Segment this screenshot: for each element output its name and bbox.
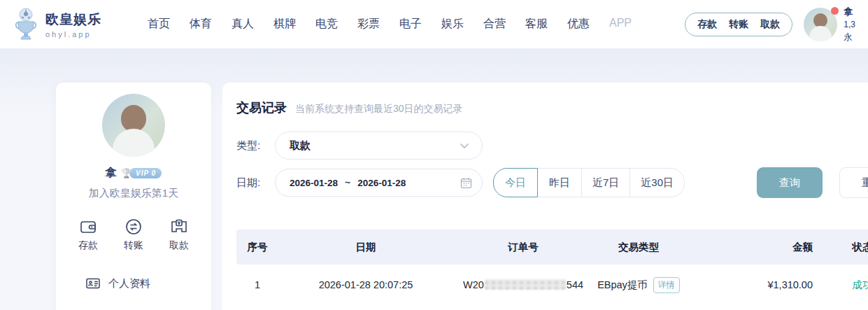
profile-sidebar: 拿 🏆 VIP 0 加入欧皇娱乐第1天 存款 (56, 83, 211, 310)
top-header: 欧皇娱乐 ohyl.app 首页 体育 真人 棋牌 电竞 彩票 电子 娱乐 合营… (0, 0, 868, 49)
transactions-table: 序号 日期 订单号 交易类型 金额 状态 1 2026-01-28 20:07:… (236, 230, 868, 305)
nav-item-promo[interactable]: 优惠 (567, 17, 590, 31)
page-title: 交易记录 (236, 99, 287, 116)
cell-type: EBpay提币详情 (593, 277, 684, 293)
col-index: 序号 (236, 241, 278, 254)
type-select-value: 取款 (290, 139, 311, 153)
sidebar-quick-actions: 存款 转账 取款 (56, 218, 211, 252)
order-suffix: 544 (567, 279, 583, 290)
cell-status: 成功 (817, 279, 868, 292)
date-filter-row: 日期: 2026-01-28 ~ 2026-01-28 今日 昨日 近7日 近3… (236, 168, 868, 197)
col-type: 交易类型 (593, 241, 684, 254)
profile-avatar (102, 94, 165, 157)
nav-item-slots[interactable]: 电子 (399, 17, 422, 31)
wallet-icon (79, 218, 97, 236)
query-button[interactable]: 查询 (757, 167, 823, 198)
calendar-icon (460, 177, 472, 189)
date-range-input[interactable]: 2026-01-28 ~ 2026-01-28 (275, 169, 483, 197)
nav-item-chess[interactable]: 棋牌 (273, 17, 296, 31)
range-today-button[interactable]: 今日 (493, 168, 538, 197)
user-mini-info: 拿 1,3 永 (844, 5, 855, 44)
vip-badge: 🏆 VIP 0 (121, 168, 162, 178)
nav-item-entertainment[interactable]: 娱乐 (441, 17, 464, 31)
nav-item-home[interactable]: 首页 (148, 17, 170, 31)
col-order-no: 订单号 (453, 241, 593, 254)
order-prefix: W20 (463, 279, 484, 290)
sidebar-transfer-button[interactable]: 转账 (124, 218, 143, 252)
site-logo[interactable]: 欧皇娱乐 ohyl.app (13, 8, 101, 41)
nav-item-affiliate[interactable]: 合营 (483, 17, 506, 31)
trophy-ball-logo-icon (13, 8, 39, 41)
withdraw-icon (170, 218, 188, 236)
cell-date: 2026-01-28 20:07:25 (278, 279, 453, 290)
header-withdraw-button[interactable]: 取款 (760, 18, 780, 31)
type-filter-row: 类型: 取款 (236, 132, 868, 160)
nav-item-sports[interactable]: 体育 (190, 17, 212, 31)
col-amount: 金额 (684, 241, 817, 254)
vip-trophy-icon: 🏆 (121, 168, 132, 178)
cell-amount: ¥1,310.00 (684, 279, 817, 290)
cell-index: 1 (236, 279, 278, 290)
header-deposit-button[interactable]: 存款 (697, 18, 717, 31)
reset-button[interactable]: 重置 (839, 167, 868, 198)
notification-dot (831, 7, 839, 15)
nav-item-service[interactable]: 客服 (525, 17, 548, 31)
user-name: 拿 (844, 5, 855, 19)
sidebar-deposit-label: 存款 (78, 239, 98, 252)
vip-level-label: VIP 0 (129, 168, 162, 178)
header-right: 存款 转账 取款 拿 1,3 永 (685, 5, 855, 44)
range-7days-button[interactable]: 近7日 (581, 168, 630, 197)
type-label: 类型: (236, 139, 266, 153)
nav-item-lottery[interactable]: 彩票 (357, 17, 380, 31)
date-start-value: 2026-01-28 (290, 178, 338, 188)
detail-tag-button[interactable]: 详情 (653, 277, 680, 293)
date-separator: ~ (345, 177, 350, 188)
range-30days-button[interactable]: 近30日 (629, 168, 685, 197)
date-label: 日期: (236, 176, 266, 190)
quick-range-group: 今日 昨日 近7日 近30日 (493, 168, 685, 197)
id-card-icon (85, 276, 101, 291)
main-nav: 首页 体育 真人 棋牌 电竞 彩票 电子 娱乐 合营 客服 优惠 APP (148, 17, 632, 31)
sidebar-deposit-button[interactable]: 存款 (78, 218, 98, 252)
wallet-actions-pill: 存款 转账 取款 (685, 13, 792, 36)
nav-item-live[interactable]: 真人 (232, 17, 254, 31)
sidebar-menu: 个人资料 VIP特权 (56, 276, 211, 310)
logo-title: 欧皇娱乐 (45, 10, 101, 29)
chevron-down-icon (460, 143, 469, 149)
nav-item-app[interactable]: APP (609, 17, 632, 31)
profile-username: 拿 (106, 166, 117, 181)
transfer-icon (124, 218, 143, 236)
transaction-type: EBpay提币 (597, 279, 648, 290)
sidebar-withdraw-button[interactable]: 取款 (169, 218, 189, 252)
col-status: 状态 (817, 241, 868, 254)
table-row: 1 2026-01-28 20:07:25 W20544 EBpay提币详情 ¥… (236, 265, 868, 305)
transaction-records-panel: 交易记录 当前系统支持查询最近30日的交易记录 类型: 取款 日期: 2026-… (222, 83, 868, 310)
join-days-text: 加入欧皇娱乐第1天 (56, 187, 211, 200)
nav-item-esports[interactable]: 电竞 (315, 17, 338, 31)
page-subtitle: 当前系统支持查询最近30日的交易记录 (295, 103, 463, 115)
page-body: 拿 🏆 VIP 0 加入欧皇娱乐第1天 存款 (0, 49, 868, 310)
order-number-redacted (485, 279, 566, 290)
user-extra-partial: 永 (844, 31, 855, 43)
range-yesterday-button[interactable]: 昨日 (537, 168, 582, 197)
header-transfer-button[interactable]: 转账 (729, 18, 748, 31)
col-date: 日期 (278, 241, 453, 254)
table-header-row: 序号 日期 订单号 交易类型 金额 状态 (236, 230, 868, 265)
sidebar-transfer-label: 转账 (124, 239, 143, 252)
user-avatar[interactable] (804, 8, 837, 41)
type-select[interactable]: 取款 (275, 132, 483, 160)
sidebar-item-profile-label: 个人资料 (108, 277, 150, 290)
sidebar-item-profile[interactable]: 个人资料 (56, 276, 211, 291)
cell-order-no: W20544 (453, 279, 593, 290)
sidebar-withdraw-label: 取款 (169, 239, 189, 252)
logo-subtitle: ohyl.app (45, 30, 101, 38)
date-end-value: 2026-01-28 (357, 178, 406, 188)
user-balance-partial: 1,3 (844, 18, 855, 31)
